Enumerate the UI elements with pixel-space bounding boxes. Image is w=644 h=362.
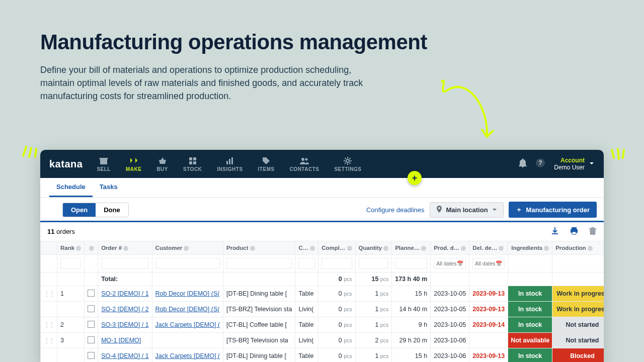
order-link[interactable]: SO-3 [DEMO] / 1	[101, 321, 148, 328]
category-cell: Livin(	[295, 302, 318, 317]
production-status[interactable]: Not started▾	[552, 317, 604, 332]
order-count: 11	[47, 228, 54, 235]
row-checkbox[interactable]	[88, 352, 95, 359]
col-production[interactable]: Production	[552, 241, 604, 255]
nav-sell[interactable]: SELL	[97, 156, 111, 172]
bell-icon[interactable]	[519, 158, 527, 169]
col-ingredients[interactable]: Ingredients	[508, 241, 552, 255]
help-icon[interactable]: ?	[536, 158, 545, 169]
download-icon[interactable]	[550, 226, 559, 237]
customer-link[interactable]: Jack Carpets [DEMO] (	[155, 321, 220, 328]
filter-customer[interactable]	[155, 258, 220, 269]
customer-link[interactable]: Rob Decor [DEMO] (S(	[155, 290, 220, 297]
subtabs: Schedule Tasks	[40, 178, 604, 198]
svg-rect-4	[226, 161, 228, 164]
add-fab-button[interactable]: +	[408, 171, 422, 185]
filter-order[interactable]	[101, 258, 148, 269]
del-date-cell: 2023-09-13	[469, 286, 508, 302]
rank-cell: 3	[57, 333, 85, 348]
production-status[interactable]: Not started▾	[552, 333, 604, 348]
filter-product[interactable]	[226, 258, 292, 269]
calendar-icon: 📅	[496, 260, 502, 267]
col-prod-date[interactable]: Prod. d…	[431, 241, 469, 255]
prod-date-cell: 2023-10-06	[431, 348, 469, 363]
filter-done[interactable]: Done	[96, 203, 128, 217]
filter-del-date[interactable]: All dates📅	[472, 258, 505, 269]
trash-icon[interactable]	[589, 226, 597, 237]
nav-stock[interactable]: STOCK	[183, 156, 202, 172]
filter-planned[interactable]	[395, 258, 427, 269]
customer-link[interactable]: Jack Carpets [DEMO] (	[155, 352, 220, 359]
ingredients-badge[interactable]: In stock	[508, 317, 552, 332]
filter-rank[interactable]	[60, 258, 81, 269]
location-picker[interactable]: Main location	[430, 202, 504, 218]
table-row: ⋮⋮ 3 MO-1 [DEMO] [TS-BR] Television sta …	[41, 333, 604, 348]
new-manufacturing-order-button[interactable]: ＋ Manufacturing order	[509, 202, 597, 218]
product-cell: [TS-BR] Television sta	[223, 333, 295, 348]
people-icon	[299, 156, 309, 165]
page-subtitle: Define your bill of materials and operat…	[40, 63, 382, 103]
page-title: Manufacturing operations management	[40, 30, 604, 54]
info-icon[interactable]	[89, 246, 94, 251]
nav-insights[interactable]: INSIGHTS	[217, 156, 243, 172]
drag-handle[interactable]	[41, 348, 57, 363]
col-quantity[interactable]: Quantity	[355, 241, 392, 255]
nav-contacts[interactable]: CONTACTS	[290, 156, 319, 172]
col-planned[interactable]: Planne…	[392, 241, 431, 255]
category-cell: Livin(	[295, 333, 318, 348]
pin-icon	[436, 206, 442, 214]
order-link[interactable]: SO-4 [DEMO] / 1	[101, 352, 148, 359]
col-customer[interactable]: Customer	[152, 241, 223, 255]
quantity-cell: 2 pcs	[355, 333, 392, 348]
drag-handle[interactable]: ⋮⋮	[41, 317, 57, 333]
svg-point-7	[301, 158, 304, 161]
del-date-cell: 2023-09-13	[469, 302, 508, 317]
product-cell: [DT-BE] Dining table [	[223, 286, 295, 302]
rank-cell: 1	[57, 286, 85, 302]
tab-schedule[interactable]: Schedule	[49, 178, 93, 197]
col-order[interactable]: Order #	[98, 241, 152, 255]
production-status[interactable]: Blocked▾	[552, 348, 604, 362]
order-link[interactable]: SO-2 [DEMO] / 1	[101, 290, 148, 297]
order-link[interactable]: MO-1 [DEMO]	[101, 337, 141, 344]
drag-handle[interactable]: ⋮⋮	[41, 286, 57, 302]
drag-handle[interactable]	[41, 302, 57, 317]
customer-link[interactable]: Rob Decor [DEMO] (S(	[155, 306, 220, 313]
ingredients-badge[interactable]: In stock	[508, 348, 552, 362]
filter-completed[interactable]	[321, 258, 352, 269]
row-checkbox[interactable]	[88, 321, 95, 328]
print-icon[interactable]	[570, 226, 579, 237]
ingredients-badge[interactable]: Not available	[508, 333, 552, 348]
planned-cell: 29 h 20 m	[392, 333, 431, 348]
prod-date-cell: 2023-10-05	[431, 302, 469, 317]
del-date-cell: 2023-09-14	[469, 317, 508, 333]
col-rank[interactable]: Rank	[57, 241, 85, 255]
filter-prod-date[interactable]: All dates📅	[434, 258, 466, 269]
completed-cell: 0 pcs	[318, 348, 355, 363]
col-product[interactable]: Product	[223, 241, 295, 255]
order-link[interactable]: SO-2 [DEMO] / 2	[101, 306, 148, 313]
filter-open[interactable]: Open	[63, 203, 96, 217]
production-status[interactable]: Work in progress▾	[552, 302, 604, 317]
col-c[interactable]: C…	[295, 241, 318, 255]
col-completed[interactable]: Compl…	[318, 241, 355, 255]
nav-make[interactable]: MAKE	[126, 156, 141, 172]
app-window: katana SELL MAKE BUY STOCK INSIGHTS ITEM…	[40, 150, 604, 362]
nav-buy[interactable]: BUY	[156, 156, 168, 172]
filter-c[interactable]	[298, 258, 315, 269]
nav-settings[interactable]: SETTINGS	[334, 156, 361, 172]
tab-tasks[interactable]: Tasks	[93, 178, 125, 197]
nav-items[interactable]: ITEMS	[258, 156, 275, 172]
drag-handle[interactable]: ⋮⋮	[41, 333, 57, 348]
ingredients-badge[interactable]: In stock	[508, 286, 552, 301]
row-checkbox[interactable]	[88, 336, 95, 343]
row-checkbox[interactable]	[88, 290, 95, 297]
calendar-icon: 📅	[457, 260, 463, 267]
filter-quantity[interactable]	[359, 258, 389, 269]
ingredients-badge[interactable]: In stock	[508, 302, 552, 317]
col-del-date[interactable]: Del. de…	[469, 241, 508, 255]
production-status[interactable]: Work in progress▾	[552, 286, 604, 301]
account-menu[interactable]: AccountDemo User	[554, 157, 595, 171]
row-checkbox[interactable]	[88, 305, 95, 312]
configure-deadlines-link[interactable]: Configure deadlines	[366, 206, 425, 214]
